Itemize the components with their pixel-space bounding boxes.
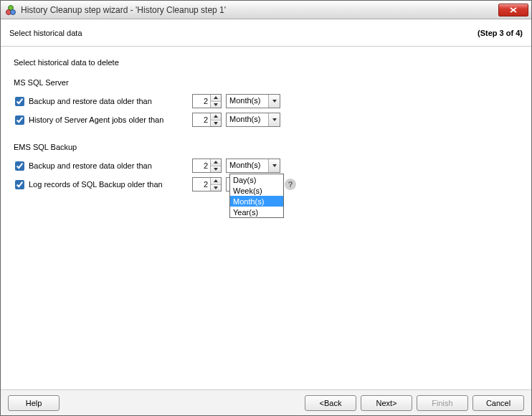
chevron-down-icon[interactable]	[268, 113, 280, 126]
combo-value: Month(s)	[227, 159, 268, 172]
app-icon	[5, 4, 16, 16]
dropdown-option-months[interactable]: Month(s)	[230, 196, 283, 207]
mssql-backup-label: Backup and restore data older than	[29, 97, 179, 105]
close-button[interactable]	[498, 4, 528, 16]
section-ems-title: EMS SQL Backup	[14, 143, 518, 151]
mssql-agent-unit-combo[interactable]: Month(s)	[226, 113, 280, 127]
spin-up-icon[interactable]	[211, 113, 221, 120]
section-mssql-title: MS SQL Server	[14, 78, 518, 87]
footer: Help <Back Next> Finish Cancel	[1, 389, 531, 415]
spin-up-icon[interactable]	[211, 159, 221, 166]
mssql-agent-number[interactable]	[192, 113, 222, 127]
spin-down-icon[interactable]	[211, 166, 221, 173]
mssql-backup-number[interactable]	[192, 94, 222, 108]
mssql-backup-unit-combo[interactable]: Month(s)	[226, 94, 280, 108]
step-header: Select historical data (Step 3 of 4)	[1, 19, 531, 47]
ems-backup-unit-combo[interactable]: Month(s)	[226, 159, 280, 173]
step-indicator: (Step 3 of 4)	[478, 29, 523, 37]
svg-point-2	[11, 9, 16, 14]
mssql-backup-number-input[interactable]	[193, 95, 210, 108]
mssql-backup-checkbox[interactable]	[15, 97, 24, 106]
ems-log-checkbox[interactable]	[15, 180, 24, 189]
ems-log-label: Log records of SQL Backup older than	[29, 180, 179, 189]
next-button[interactable]: Next>	[361, 395, 412, 411]
spin-up-icon[interactable]	[211, 95, 221, 102]
mssql-agent-label: History of Server Agent jobs older than	[29, 115, 179, 124]
ems-backup-checkbox[interactable]	[15, 161, 24, 171]
cancel-button[interactable]: Cancel	[472, 395, 524, 411]
ems-backup-label: Backup and restore data older than	[29, 161, 179, 170]
dropdown-option-years[interactable]: Year(s)	[230, 207, 283, 217]
spin-down-icon[interactable]	[211, 120, 221, 127]
help-button[interactable]: Help	[8, 395, 60, 411]
step-header-title: Select historical data	[9, 29, 478, 37]
ems-log-number[interactable]	[192, 177, 222, 192]
titlebar: History Cleanup step wizard - 'History C…	[1, 1, 531, 19]
mssql-backup-row: Backup and restore data older than Month…	[14, 93, 518, 110]
chevron-down-icon[interactable]	[268, 159, 280, 172]
mssql-agent-checkbox[interactable]	[15, 115, 24, 125]
mssql-agent-row: History of Server Agent jobs older than …	[14, 111, 518, 128]
finish-button: Finish	[417, 395, 468, 411]
combo-value: Month(s)	[227, 95, 268, 108]
ems-backup-row: Backup and restore data older than Month…	[14, 157, 518, 174]
spin-down-icon[interactable]	[211, 102, 221, 108]
ems-backup-number[interactable]	[192, 159, 222, 173]
mssql-agent-number-input[interactable]	[193, 113, 210, 126]
spin-down-icon[interactable]	[211, 185, 221, 192]
help-icon[interactable]: ?	[285, 179, 296, 190]
chevron-down-icon[interactable]	[268, 95, 280, 108]
content-area: Select historical data to delete MS SQL …	[1, 47, 531, 389]
ems-log-number-input[interactable]	[193, 178, 210, 191]
unit-dropdown-list[interactable]: Day(s) Week(s) Month(s) Year(s)	[229, 174, 284, 218]
instruction-text: Select historical data to delete	[14, 58, 518, 67]
dropdown-option-weeks[interactable]: Week(s)	[230, 185, 283, 196]
ems-backup-number-input[interactable]	[193, 159, 210, 172]
combo-value: Month(s)	[227, 113, 268, 126]
close-icon	[510, 7, 517, 13]
window-title: History Cleanup step wizard - 'History C…	[21, 5, 498, 15]
spin-up-icon[interactable]	[211, 178, 221, 185]
dropdown-option-days[interactable]: Day(s)	[230, 174, 283, 185]
back-button[interactable]: <Back	[305, 395, 356, 411]
